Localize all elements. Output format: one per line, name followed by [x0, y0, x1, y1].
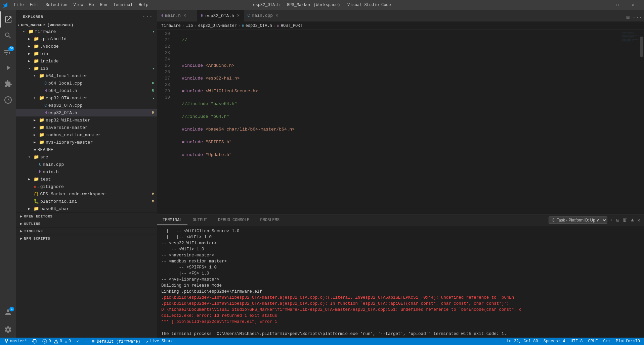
timeline-panel[interactable]: ▶ TIMELINE — [16, 227, 157, 235]
folder-pio-build[interactable]: ▶ 📁 .pio\build — [16, 35, 157, 43]
sidebar-ellipsis[interactable]: ··· — [142, 14, 153, 20]
folder-base64-char[interactable]: ▶ 📁 base64_char — [16, 205, 157, 212]
b64-h-icon: H — [44, 88, 47, 93]
encoding-status[interactable]: UTF-8 — [568, 338, 586, 345]
folder-vscode[interactable]: ▶ 📁 .vscode — [16, 43, 157, 50]
tab-esp32-ota-h-close[interactable]: × — [236, 13, 240, 18]
folder-bin[interactable]: ▶ 📁 bin — [16, 50, 157, 57]
eol-status[interactable]: CRLF — [586, 338, 601, 345]
split-terminal-button[interactable]: ⊟ — [615, 216, 620, 225]
npm-scripts-panel[interactable]: ▶ NPM SCRIPTS — [16, 235, 157, 242]
file-b64-local-cpp[interactable]: C b64_local.cpp U — [16, 80, 157, 87]
lib-dot: ● — [153, 67, 154, 70]
file-gitignore[interactable]: ◈ .gitignore — [16, 183, 157, 190]
source-control-activity-icon[interactable]: 50 — [0, 44, 16, 60]
menu-view[interactable]: View — [71, 2, 86, 8]
file-platformio-ini[interactable]: 🐛 platformio.ini M — [16, 198, 157, 205]
file-b64-local-h[interactable]: H b64_local.h U — [16, 87, 157, 94]
folder-esp32-wifi[interactable]: ▶ 📁 esp32_WiFi-master — [16, 116, 157, 124]
debug-console-tab[interactable]: DEBUG CONSOLE — [213, 216, 255, 225]
settings-activity-icon[interactable] — [0, 322, 16, 338]
breadcrumb-file[interactable]: esp32_OTA.h — [246, 23, 272, 28]
menu-help[interactable]: Help — [136, 2, 151, 8]
pio-folder-icon: 📁 — [34, 36, 39, 42]
folder-lib[interactable]: ▾ 📁 lib ● — [16, 65, 157, 72]
platform-status[interactable]: PlatformIO — [613, 338, 643, 345]
close-panel-button[interactable]: ✕ — [636, 216, 641, 225]
folder-haversine[interactable]: ▶ 📁 haversine-master — [16, 124, 157, 131]
folder-nvs[interactable]: ▶ 📁 nvs-library-master — [16, 139, 157, 146]
code-editor[interactable]: // #include <Arduino.h> #include <esp32-… — [173, 30, 612, 214]
tab-main-cpp-close[interactable]: × — [275, 13, 279, 18]
minimize-button[interactable]: ─ — [594, 0, 610, 10]
folder-firmware[interactable]: ▾ 📁 firmware ● — [16, 28, 157, 35]
errors-status[interactable]: ✕ 0 0 ⚠ 0 — [40, 338, 74, 345]
editor-scrollbar[interactable] — [639, 30, 644, 214]
folder-modbus[interactable]: ▶ 📁 modbus_nextion_master — [16, 131, 157, 139]
menu-file[interactable]: File — [11, 2, 27, 8]
term-line: -- <nvs-library-master> — [161, 277, 640, 283]
file-readme[interactable]: ≡ README — [16, 146, 157, 153]
tab-main-cpp[interactable]: C main.cpp × — [244, 10, 284, 21]
line-numbers: 20 21 22 23 24 25 26 27 28 29 30 — [157, 30, 173, 214]
menu-edit[interactable]: Edit — [27, 2, 42, 8]
folder-test[interactable]: ▶ 📁 test — [16, 176, 157, 183]
folder-src[interactable]: ▾ 📁 src — [16, 153, 157, 161]
run-debug-activity-icon[interactable] — [0, 60, 16, 76]
open-editors-panel[interactable]: ▶ OPEN EDITORS — [16, 212, 157, 220]
remote-activity-icon[interactable] — [0, 92, 16, 108]
check-status[interactable]: ✓ — [74, 338, 81, 345]
folder-include[interactable]: ▶ 📁 include — [16, 57, 157, 65]
breadcrumb-esp32-ota-master[interactable]: esp32_OTA-master — [198, 23, 237, 28]
file-esp32-ota-cpp[interactable]: C esp32_OTA.cpp — [16, 102, 157, 109]
git-branch-status[interactable]: master* — [1, 338, 30, 345]
folder-b64-local-master[interactable]: ▾ 📁 b64_local-master — [16, 72, 157, 80]
file-workspace[interactable]: {} GPS_Marker.code-workspace M — [16, 190, 157, 198]
titlebar: File Edit Selection View Go Run Terminal… — [0, 0, 644, 10]
language-status[interactable]: C++ — [600, 338, 613, 345]
terminal-instance-dropdown[interactable]: 3: Task - PlatformIO: Up ∨ — [549, 216, 607, 224]
explorer-activity-icon[interactable] — [0, 11, 16, 28]
liveshare-status[interactable]: ↗ Live Share — [143, 338, 176, 345]
split-editor-button[interactable]: ⊞ — [624, 13, 632, 21]
b64-cpp-badge: U — [152, 81, 154, 85]
breadcrumb-lib[interactable]: lib — [186, 23, 193, 28]
terminal-tab[interactable]: TERMINAL — [157, 216, 187, 225]
editor-content[interactable]: 20 21 22 23 24 25 26 27 28 29 30 // #inc… — [157, 30, 644, 214]
sync-status[interactable] — [30, 338, 40, 345]
problems-tab[interactable]: PROBLEMS — [255, 216, 285, 225]
workspace-root[interactable]: ▾ GPS_MARKER (WORKSPACE) — [16, 22, 157, 28]
breadcrumb-symbol[interactable]: HOST_PORT — [281, 23, 303, 28]
menu-run[interactable]: Run — [97, 2, 110, 8]
menu-selection[interactable]: Selection — [43, 2, 70, 8]
menu-terminal[interactable]: Terminal — [111, 2, 135, 8]
tab-esp32-ota-h[interactable]: H esp32_OTA.h × — [198, 10, 244, 21]
file-esp32-ota-h[interactable]: H esp32_OTA.h M — [16, 109, 157, 116]
output-tab[interactable]: OUTPUT — [187, 216, 213, 225]
maximize-panel-button[interactable]: ▲ — [630, 216, 635, 224]
warning-count: 0 — [60, 339, 62, 344]
cursor-position[interactable]: Ln 32, Col 80 — [504, 338, 541, 345]
file-main-cpp[interactable]: C main.cpp — [16, 161, 157, 168]
search-activity-icon[interactable] — [0, 28, 16, 44]
maximize-button[interactable]: □ — [610, 0, 625, 10]
more-actions-button[interactable]: ··· — [633, 13, 641, 21]
account-activity-icon[interactable]: 1 — [0, 304, 16, 320]
delete-terminal-button[interactable]: 🗑 — [621, 216, 629, 224]
spaces-status[interactable]: Spaces: 4 — [541, 338, 568, 345]
menu-go[interactable]: Go — [86, 2, 96, 8]
tab-main-h-close[interactable]: × — [183, 13, 187, 18]
terminal-body[interactable]: | -- <WifiClientSecure> 1.0 | |-- <WiFi>… — [157, 226, 644, 345]
main-cpp-icon: C — [39, 162, 42, 167]
breadcrumb-firmware[interactable]: firmware — [161, 23, 181, 28]
arrow-status[interactable]: → — [82, 338, 89, 345]
add-terminal-button[interactable]: + — [609, 216, 614, 224]
workspace-chevron: ▾ — [17, 23, 20, 27]
extensions-activity-icon[interactable] — [0, 76, 16, 92]
close-button[interactable]: ✕ — [625, 0, 641, 10]
tab-main-h[interactable]: H main.h × — [157, 10, 198, 21]
outline-panel[interactable]: ▶ OUTLINE — [16, 220, 157, 227]
env-status[interactable]: ⊟ Default (firmware) — [89, 338, 143, 345]
file-main-h[interactable]: H main.h — [16, 168, 157, 176]
folder-esp32-ota-master[interactable]: ▾ 📁 esp32_OTA-master ● — [16, 94, 157, 102]
